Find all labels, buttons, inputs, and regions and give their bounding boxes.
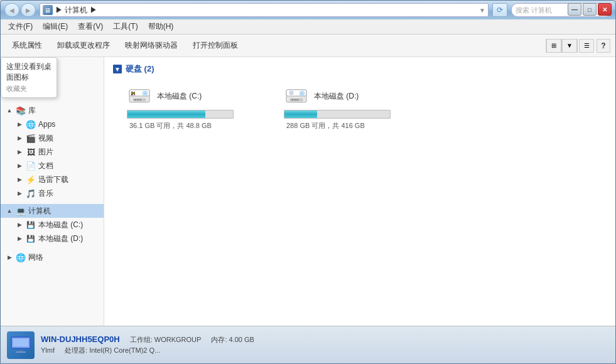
disk-grid: 本地磁盘 (C:) 36.1 GB 可用，共 48.8 GB: [123, 81, 607, 134]
desktop-tip: 这里没看到桌面图标 收藏夹: [1, 57, 57, 98]
local-d-icon: 💾: [26, 233, 36, 244]
sidebar-item-picture[interactable]: ▶ 🖼 图片: [1, 145, 104, 159]
video-toggle-icon: ▶: [16, 134, 23, 142]
svg-rect-12: [139, 99, 141, 100]
download-toggle-icon: ▶: [16, 176, 23, 183]
sidebar-item-doc[interactable]: ▶ 📄 文档: [1, 159, 104, 173]
disk-c-info: 36.1 GB 可用，共 48.8 GB: [129, 121, 212, 131]
svg-rect-10: [134, 99, 136, 100]
view-icon-button[interactable]: ⊞: [546, 39, 561, 53]
menu-file[interactable]: 文件(F): [3, 20, 38, 33]
disk-d-icon: [284, 85, 309, 107]
disk-d-name: 本地磁盘 (D:): [314, 91, 359, 102]
menu-help[interactable]: 帮助(H): [143, 20, 179, 33]
uninstall-button[interactable]: 卸载或更改程序: [51, 38, 116, 53]
address-dropdown-icon[interactable]: ▼: [479, 7, 485, 14]
menu-edit[interactable]: 编辑(E): [38, 20, 73, 33]
svg-point-17: [301, 92, 303, 95]
disk-c-header: 本地磁盘 (C:): [127, 85, 257, 107]
view-dropdown-button[interactable]: ▼: [562, 39, 577, 53]
memory-label: 内存:: [211, 336, 227, 343]
title-bar-nav: ◀ ▶ 🖥 ▶ 计算机 ▶ ▼ ⟳ 搜索 计算机 🔍: [4, 3, 612, 17]
local-d-toggle-icon: ▶: [16, 235, 23, 242]
svg-rect-24: [13, 339, 28, 346]
sidebar-item-network[interactable]: ▶ 🌐 网络: [1, 250, 104, 264]
computer-toggle-icon: ▲: [6, 207, 13, 215]
address-text: ▶ 计算机 ▶: [55, 5, 477, 16]
picture-toggle-icon: ▶: [16, 148, 23, 156]
sidebar: 这里没看到桌面图标 收藏夹 → ▲ 📚 库 ▶ 🌐 Apps ▶ 🎬: [1, 57, 104, 326]
disk-c-name: 本地磁盘 (C:): [157, 91, 202, 102]
sidebar-item-computer[interactable]: ▲ 💻 计算机: [1, 204, 104, 218]
system-props-button[interactable]: 系统属性: [6, 38, 48, 53]
download-icon: ⚡: [26, 174, 36, 185]
control-panel-button[interactable]: 打开控制面板: [186, 38, 244, 53]
local-c-toggle-icon: ▶: [16, 221, 23, 228]
network-icon: 🌐: [16, 252, 26, 262]
disk-c-bar-container: [127, 110, 234, 119]
disk-c-item[interactable]: 本地磁盘 (C:) 36.1 GB 可用，共 48.8 GB: [123, 81, 261, 134]
sidebar-item-apps[interactable]: ▶ 🌐 Apps: [1, 117, 104, 131]
status-memory: 内存: 4.00 GB: [211, 335, 254, 345]
svg-rect-19: [291, 99, 293, 100]
picture-icon: 🖼: [26, 147, 36, 157]
status-sub-label: Ylmf: [41, 346, 55, 354]
music-toggle-icon: ▶: [16, 190, 23, 197]
processor-value: Intel(R) Core(TM)2 Q...: [89, 346, 160, 354]
content-pane: ▼ 硬盘 (2): [104, 57, 615, 326]
menu-view[interactable]: 查看(V): [73, 20, 108, 33]
network-toggle-icon: ▶: [6, 254, 13, 261]
help-button[interactable]: ?: [597, 39, 610, 53]
picture-label: 图片: [38, 147, 53, 158]
local-c-label: 本地磁盘 (C:): [38, 220, 83, 230]
svg-rect-20: [294, 99, 296, 100]
desktop-tip-sub: 收藏夹: [6, 84, 51, 94]
apps-label: Apps: [38, 120, 55, 129]
sidebar-item-library[interactable]: ▲ 📚 库: [1, 104, 104, 117]
video-icon: 🎬: [26, 133, 36, 143]
music-label: 音乐: [38, 188, 53, 199]
svg-rect-2: [131, 92, 135, 95]
doc-toggle-icon: ▶: [16, 162, 23, 169]
computer-label: 计算机: [28, 206, 51, 217]
doc-icon: 📄: [26, 161, 36, 171]
view-list-button[interactable]: ☰: [579, 39, 594, 53]
processor-label: 处理器:: [65, 346, 87, 354]
disk-d-header: 本地磁盘 (D:): [284, 85, 414, 107]
status-processor: 处理器: Intel(R) Core(TM)2 Q...: [65, 346, 160, 355]
status-info: WIN-DUJHH5EQP0H 工作组: WORKGROUP 内存: 4.00 …: [41, 335, 254, 355]
system-props-label: 系统属性: [12, 40, 42, 51]
forward-button[interactable]: ▶: [21, 3, 36, 17]
sidebar-item-video[interactable]: ▶ 🎬 视频: [1, 131, 104, 145]
disk-d-info: 288 GB 可用，共 416 GB: [286, 121, 365, 131]
refresh-button[interactable]: ⟳: [492, 3, 507, 17]
svg-point-8: [144, 92, 146, 95]
workgroup-value: WORKGROUP: [154, 336, 202, 343]
section-header: ▼ 硬盘 (2): [113, 63, 607, 75]
minimize-button[interactable]: —: [568, 3, 581, 16]
disk-d-item[interactable]: 本地磁盘 (D:) 288 GB 可用，共 416 GB: [280, 81, 418, 134]
close-button[interactable]: ✕: [598, 3, 612, 16]
window-controls: — □ ✕: [568, 3, 612, 16]
view-buttons: ⊞ ▼ ☰: [546, 39, 594, 53]
disk-c-icon: [127, 85, 152, 107]
sidebar-item-download[interactable]: ▶ ⚡ 迅雷下载: [1, 173, 104, 186]
desktop-tip-text: 这里没看到桌面图标: [6, 62, 51, 82]
memory-value: 4.00 GB: [229, 336, 254, 343]
maximize-button[interactable]: □: [583, 3, 597, 16]
map-drive-label: 映射网络驱动器: [125, 40, 178, 51]
menu-tools[interactable]: 工具(T): [108, 20, 143, 33]
status-workgroup: 工作组: WORKGROUP: [130, 335, 202, 345]
status-bar: WIN-DUJHH5EQP0H 工作组: WORKGROUP 内存: 4.00 …: [1, 326, 615, 363]
sidebar-item-local-c[interactable]: ▶ 💾 本地磁盘 (C:): [1, 218, 104, 232]
sidebar-item-local-d[interactable]: ▶ 💾 本地磁盘 (D:): [1, 232, 104, 245]
address-bar[interactable]: 🖥 ▶ 计算机 ▶ ▼: [40, 3, 489, 17]
disk-d-bar-container: [284, 110, 391, 119]
back-button[interactable]: ◀: [4, 3, 19, 17]
map-drive-button[interactable]: 映射网络驱动器: [119, 38, 184, 53]
section-toggle[interactable]: ▼: [113, 65, 122, 73]
sidebar-item-music[interactable]: ▶ 🎵 音乐: [1, 186, 104, 200]
control-panel-label: 打开控制面板: [193, 40, 238, 51]
doc-label: 文档: [38, 161, 53, 171]
apps-icon: 🌐: [26, 119, 36, 129]
